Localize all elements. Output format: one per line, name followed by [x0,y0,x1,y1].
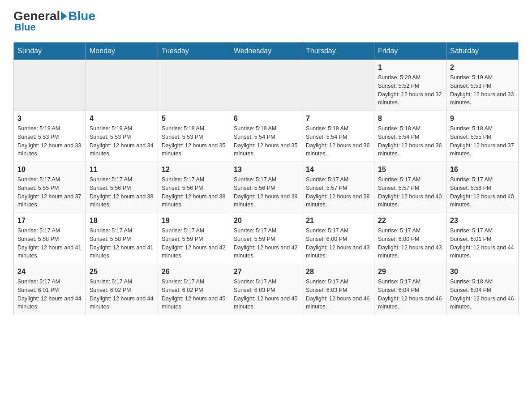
day-info: Sunrise: 5:17 AMSunset: 5:57 PMDaylight:… [306,176,370,209]
weekday-header-saturday: Saturday [446,43,519,60]
day-info: Sunrise: 5:17 AMSunset: 5:56 PMDaylight:… [162,176,226,209]
day-number: 26 [162,268,226,276]
calendar-cell: 7Sunrise: 5:18 AMSunset: 5:54 PMDaylight… [302,111,374,162]
day-info: Sunrise: 5:17 AMSunset: 5:55 PMDaylight:… [17,176,82,209]
calendar-cell: 22Sunrise: 5:17 AMSunset: 6:00 PMDayligh… [374,213,446,264]
day-info: Sunrise: 5:17 AMSunset: 6:03 PMDaylight:… [306,278,370,311]
calendar-cell: 15Sunrise: 5:17 AMSunset: 5:57 PMDayligh… [374,162,446,213]
calendar-cell [230,60,302,111]
calendar-cell: 5Sunrise: 5:18 AMSunset: 5:53 PMDaylight… [158,111,230,162]
calendar-cell: 16Sunrise: 5:17 AMSunset: 5:58 PMDayligh… [446,162,519,213]
weekday-header-thursday: Thursday [302,43,374,60]
day-number: 27 [234,268,298,276]
calendar-cell: 25Sunrise: 5:17 AMSunset: 6:02 PMDayligh… [86,264,158,315]
calendar-cell [302,60,374,111]
calendar-week-3: 10Sunrise: 5:17 AMSunset: 5:55 PMDayligh… [14,162,519,213]
day-info: Sunrise: 5:18 AMSunset: 5:54 PMDaylight:… [378,124,442,158]
day-info: Sunrise: 5:17 AMSunset: 5:57 PMDaylight:… [378,176,442,209]
logo-triangle-icon [61,12,67,21]
calendar-table: SundayMondayTuesdayWednesdayThursdayFrid… [13,42,519,315]
day-number: 6 [234,115,298,123]
day-info: Sunrise: 5:18 AMSunset: 5:54 PMDaylight:… [234,124,298,158]
day-info: Sunrise: 5:18 AMSunset: 5:54 PMDaylight:… [306,124,370,158]
day-info: Sunrise: 5:17 AMSunset: 6:01 PMDaylight:… [450,227,515,260]
day-info: Sunrise: 5:17 AMSunset: 5:56 PMDaylight:… [90,176,154,209]
day-number: 17 [17,217,82,225]
calendar-week-2: 3Sunrise: 5:19 AMSunset: 5:53 PMDaylight… [14,111,519,162]
day-info: Sunrise: 5:17 AMSunset: 5:59 PMDaylight:… [162,227,226,260]
calendar-cell [158,60,230,111]
weekday-header-friday: Friday [374,43,446,60]
calendar-cell: 3Sunrise: 5:19 AMSunset: 5:53 PMDaylight… [14,111,86,162]
day-number: 4 [90,115,154,123]
calendar-cell: 24Sunrise: 5:17 AMSunset: 6:01 PMDayligh… [14,264,86,315]
logo: General Blue Blue [13,9,95,33]
day-info: Sunrise: 5:17 AMSunset: 6:00 PMDaylight:… [306,227,370,260]
day-number: 7 [306,115,370,123]
day-info: Sunrise: 5:19 AMSunset: 5:53 PMDaylight:… [450,73,515,107]
calendar-cell: 2Sunrise: 5:19 AMSunset: 5:53 PMDaylight… [446,60,519,111]
logo-blue: Blue [68,9,95,23]
day-number: 15 [378,166,442,174]
calendar-cell: 30Sunrise: 5:18 AMSunset: 6:04 PMDayligh… [446,264,519,315]
day-number: 3 [17,115,82,123]
day-number: 30 [450,268,515,276]
day-number: 22 [378,217,442,225]
day-number: 29 [378,268,442,276]
day-number: 24 [17,268,82,276]
calendar-cell: 8Sunrise: 5:18 AMSunset: 5:54 PMDaylight… [374,111,446,162]
calendar-cell: 13Sunrise: 5:17 AMSunset: 5:56 PMDayligh… [230,162,302,213]
calendar-cell: 21Sunrise: 5:17 AMSunset: 6:00 PMDayligh… [302,213,374,264]
page-header: General Blue Blue [13,9,519,33]
day-number: 19 [162,217,226,225]
calendar-cell [86,60,158,111]
calendar-cell: 23Sunrise: 5:17 AMSunset: 6:01 PMDayligh… [446,213,519,264]
weekday-header-monday: Monday [86,43,158,60]
day-number: 5 [162,115,226,123]
day-number: 9 [450,115,515,123]
day-number: 16 [450,166,515,174]
day-number: 23 [450,217,515,225]
day-number: 25 [90,268,154,276]
day-info: Sunrise: 5:19 AMSunset: 5:53 PMDaylight:… [90,124,154,158]
weekday-header-sunday: Sunday [14,43,86,60]
calendar-cell: 27Sunrise: 5:17 AMSunset: 6:03 PMDayligh… [230,264,302,315]
day-number: 12 [162,166,226,174]
day-number: 10 [17,166,82,174]
day-info: Sunrise: 5:19 AMSunset: 5:53 PMDaylight:… [17,124,82,158]
day-number: 21 [306,217,370,225]
day-info: Sunrise: 5:18 AMSunset: 5:53 PMDaylight:… [162,124,226,158]
calendar-cell: 19Sunrise: 5:17 AMSunset: 5:59 PMDayligh… [158,213,230,264]
calendar-cell: 20Sunrise: 5:17 AMSunset: 5:59 PMDayligh… [230,213,302,264]
calendar-cell: 11Sunrise: 5:17 AMSunset: 5:56 PMDayligh… [86,162,158,213]
calendar-cell: 18Sunrise: 5:17 AMSunset: 5:58 PMDayligh… [86,213,158,264]
day-info: Sunrise: 5:17 AMSunset: 5:58 PMDaylight:… [450,176,515,209]
calendar-week-4: 17Sunrise: 5:17 AMSunset: 5:58 PMDayligh… [14,213,519,264]
day-info: Sunrise: 5:18 AMSunset: 5:55 PMDaylight:… [450,124,515,158]
day-number: 1 [378,64,442,72]
calendar-cell: 6Sunrise: 5:18 AMSunset: 5:54 PMDaylight… [230,111,302,162]
calendar-cell: 4Sunrise: 5:19 AMSunset: 5:53 PMDaylight… [86,111,158,162]
day-info: Sunrise: 5:17 AMSunset: 6:02 PMDaylight:… [162,278,226,311]
day-info: Sunrise: 5:17 AMSunset: 5:59 PMDaylight:… [234,227,298,260]
day-number: 11 [90,166,154,174]
day-info: Sunrise: 5:17 AMSunset: 5:58 PMDaylight:… [90,227,154,260]
day-info: Sunrise: 5:20 AMSunset: 5:52 PMDaylight:… [378,73,442,107]
day-number: 20 [234,217,298,225]
day-info: Sunrise: 5:17 AMSunset: 5:58 PMDaylight:… [17,227,82,260]
calendar-cell: 10Sunrise: 5:17 AMSunset: 5:55 PMDayligh… [14,162,86,213]
day-info: Sunrise: 5:17 AMSunset: 6:00 PMDaylight:… [378,227,442,260]
weekday-header-tuesday: Tuesday [158,43,230,60]
calendar-cell: 9Sunrise: 5:18 AMSunset: 5:55 PMDaylight… [446,111,519,162]
day-number: 13 [234,166,298,174]
calendar-cell: 12Sunrise: 5:17 AMSunset: 5:56 PMDayligh… [158,162,230,213]
day-number: 28 [306,268,370,276]
day-number: 14 [306,166,370,174]
calendar-cell: 17Sunrise: 5:17 AMSunset: 5:58 PMDayligh… [14,213,86,264]
day-number: 8 [378,115,442,123]
day-number: 2 [450,64,515,72]
calendar-cell: 26Sunrise: 5:17 AMSunset: 6:02 PMDayligh… [158,264,230,315]
day-info: Sunrise: 5:17 AMSunset: 5:56 PMDaylight:… [234,176,298,209]
calendar-cell: 14Sunrise: 5:17 AMSunset: 5:57 PMDayligh… [302,162,374,213]
calendar-week-5: 24Sunrise: 5:17 AMSunset: 6:01 PMDayligh… [14,264,519,315]
